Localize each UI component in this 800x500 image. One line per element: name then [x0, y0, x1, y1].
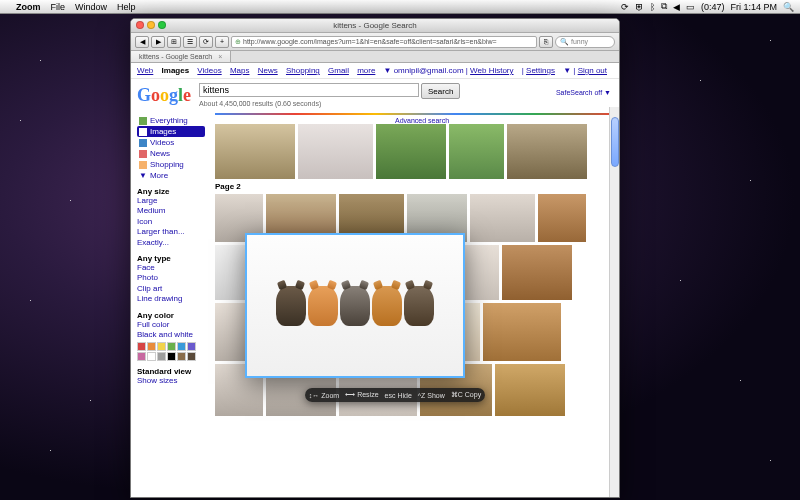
window-title: kittens - Google Search — [333, 21, 417, 30]
add-button[interactable]: + — [215, 36, 229, 48]
search-button[interactable]: Search — [421, 83, 460, 99]
address-bar[interactable]: ⊕ http://www.google.com/images?um=1&hl=e… — [231, 36, 537, 48]
filter-size-large[interactable]: Large — [137, 196, 205, 206]
filter-type-face[interactable]: Face — [137, 263, 205, 273]
filter-color-bw[interactable]: Black and white — [137, 330, 205, 340]
filter-color-full[interactable]: Full color — [137, 320, 205, 330]
color-swatch[interactable] — [177, 352, 186, 361]
window-minimize-button[interactable] — [147, 21, 155, 29]
scrollbar[interactable] — [609, 107, 619, 497]
sidebar-cat-images[interactable]: Images — [137, 126, 205, 137]
filter-type-linedrawing[interactable]: Line drawing — [137, 294, 205, 304]
filter-show-sizes[interactable]: Show sizes — [137, 376, 205, 386]
clock[interactable]: Fri 1:14 PM — [730, 2, 777, 12]
color-swatch[interactable] — [177, 342, 186, 351]
image-result[interactable] — [502, 245, 572, 300]
tab-bar: kittens - Google Search × — [131, 51, 619, 63]
window-close-button[interactable] — [136, 21, 144, 29]
safesearch-toggle[interactable]: SafeSearch off ▼ — [556, 89, 611, 96]
sidebar-cat-everything[interactable]: Everything — [137, 115, 205, 126]
color-swatch[interactable] — [137, 342, 146, 351]
filter-type-photo[interactable]: Photo — [137, 273, 205, 283]
page-label: Page 2 — [215, 182, 615, 191]
browser-search-field[interactable]: 🔍 funny — [555, 36, 615, 48]
filter-size-larger[interactable]: Larger than... — [137, 227, 205, 237]
color-swatch[interactable] — [157, 342, 166, 351]
filter-size-icon[interactable]: Icon — [137, 217, 205, 227]
hide-hint: esc Hide — [385, 392, 412, 399]
wifi-icon[interactable]: ⧉ — [661, 1, 667, 12]
forward-button[interactable]: ▶ — [151, 36, 165, 48]
app-menu[interactable]: Zoom — [16, 2, 41, 12]
image-result[interactable] — [483, 303, 561, 361]
result-stats: About 4,450,000 results (0.60 seconds) — [199, 100, 460, 107]
color-swatch[interactable] — [157, 352, 166, 361]
filter-size-exactly[interactable]: Exactly... — [137, 238, 205, 248]
image-result[interactable] — [449, 124, 504, 179]
nav-shopping[interactable]: Shopping — [286, 66, 320, 75]
image-result[interactable] — [470, 194, 535, 242]
image-result[interactable] — [507, 124, 587, 179]
nav-more[interactable]: more — [357, 66, 375, 75]
web-history-link[interactable]: Web History — [470, 66, 513, 75]
battery-icon[interactable]: ▭ — [686, 2, 695, 12]
shield-icon[interactable]: ⛨ — [635, 2, 644, 12]
sidebar-cat-more[interactable]: ▼ More — [137, 170, 205, 181]
file-menu[interactable]: File — [51, 2, 66, 12]
image-result[interactable] — [495, 364, 565, 416]
filter-type-clipart[interactable]: Clip art — [137, 284, 205, 294]
volume-icon[interactable]: ◀︎ — [673, 2, 680, 12]
spotlight-icon[interactable]: 🔍 — [783, 2, 794, 12]
advanced-search-link[interactable]: Advanced search — [395, 117, 449, 124]
account-email[interactable]: omnipil@gmail.com — [394, 66, 464, 75]
sync-icon[interactable]: ⟳ — [621, 2, 629, 12]
color-swatch[interactable] — [167, 342, 176, 351]
color-swatch[interactable] — [147, 352, 156, 361]
image-result[interactable] — [298, 124, 373, 179]
toolbar-button[interactable]: ⊞ — [167, 36, 181, 48]
sidebar-cat-videos[interactable]: Videos — [137, 137, 205, 148]
nav-news[interactable]: News — [258, 66, 278, 75]
color-swatch[interactable] — [167, 352, 176, 361]
show-hint: ^Z Show — [418, 392, 445, 399]
color-swatch[interactable] — [187, 342, 196, 351]
help-menu[interactable]: Help — [117, 2, 136, 12]
copy-hint: ⌘C Copy — [451, 391, 481, 399]
browser-tab[interactable]: kittens - Google Search × — [131, 51, 231, 62]
window-zoom-button[interactable] — [158, 21, 166, 29]
image-result[interactable] — [215, 124, 295, 179]
resize-hint: ⟷ Resize — [345, 391, 378, 399]
window-titlebar[interactable]: kittens - Google Search — [131, 19, 619, 33]
site-icon: ⊕ — [235, 38, 241, 46]
google-logo[interactable]: Google — [137, 85, 191, 106]
window-menu[interactable]: Window — [75, 2, 107, 12]
filter-type-heading: Any type — [137, 254, 205, 263]
nav-videos[interactable]: Videos — [197, 66, 221, 75]
close-tab-icon[interactable]: × — [218, 53, 222, 60]
color-swatch[interactable] — [147, 342, 156, 351]
color-bar — [215, 113, 615, 115]
color-swatch[interactable] — [187, 352, 196, 361]
reader-button[interactable]: ⎘ — [539, 36, 553, 48]
filter-color-heading: Any color — [137, 311, 205, 320]
nav-maps[interactable]: Maps — [230, 66, 250, 75]
reload-button[interactable]: ⟳ — [199, 36, 213, 48]
color-swatch[interactable] — [137, 352, 146, 361]
sidebar-cat-news[interactable]: News — [137, 148, 205, 159]
scrollbar-handle[interactable] — [611, 117, 619, 167]
filter-size-medium[interactable]: Medium — [137, 206, 205, 216]
google-top-nav: Web Images Videos Maps News Shopping Gma… — [131, 63, 619, 79]
zoom-preview[interactable] — [245, 233, 465, 378]
nav-images[interactable]: Images — [162, 66, 190, 75]
search-input[interactable] — [199, 83, 419, 97]
bluetooth-icon[interactable]: ᛒ — [650, 2, 655, 12]
image-result[interactable] — [376, 124, 446, 179]
nav-gmail[interactable]: Gmail — [328, 66, 349, 75]
sign-out-link[interactable]: Sign out — [578, 66, 607, 75]
back-button[interactable]: ◀ — [135, 36, 149, 48]
nav-web[interactable]: Web — [137, 66, 153, 75]
sidebar-cat-shopping[interactable]: Shopping — [137, 159, 205, 170]
toolbar-button[interactable]: ☰ — [183, 36, 197, 48]
settings-link[interactable]: Settings — [526, 66, 555, 75]
image-result[interactable] — [538, 194, 586, 242]
